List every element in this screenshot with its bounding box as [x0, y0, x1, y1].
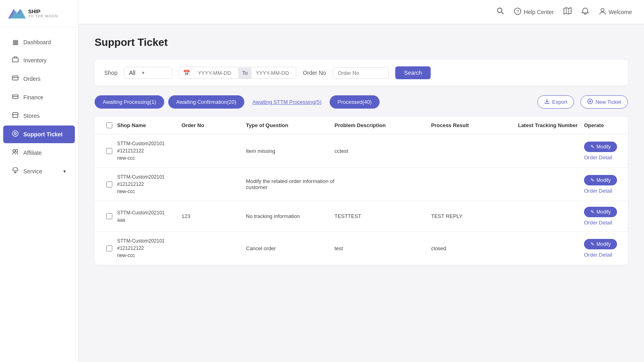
help-center-label: Help Center: [524, 9, 554, 15]
row3-checkbox[interactable]: [106, 213, 112, 219]
date-range-picker: 📅 To: [179, 67, 297, 79]
sidebar-item-service[interactable]: Service ▼: [3, 162, 75, 180]
tabs-row: Awaiting Processing(1) Awaiting Confirma…: [95, 95, 628, 109]
shop-label: Shop: [104, 70, 118, 76]
row4-process-result: closed: [431, 245, 512, 251]
row2-checkbox-col: [101, 181, 117, 187]
row4-checkbox[interactable]: [106, 245, 112, 251]
date-from-input[interactable]: [194, 68, 238, 78]
select-all-checkbox[interactable]: [106, 122, 112, 128]
bell-icon[interactable]: [581, 7, 589, 17]
pencil-icon: ✎: [590, 241, 594, 247]
row4-modify-label: Modify: [597, 241, 611, 247]
help-center-link[interactable]: ? Help Center: [514, 8, 554, 16]
row4-type-of-question: Cancel order: [246, 245, 334, 251]
tab-awaiting-sttm[interactable]: Awaiting STTM Processing(5): [248, 95, 326, 109]
sidebar-label-finance: Finance: [23, 94, 43, 101]
header: ? Help Center Welcome: [78, 0, 644, 24]
sidebar-item-support-ticket[interactable]: Support Ticket: [3, 125, 75, 143]
row1-shop-name: STTM-Custom202101 #121212122 new-ccc: [117, 140, 182, 162]
row3-modify-button[interactable]: ✎ Modify: [584, 207, 617, 217]
header-shop-name: Shop Name: [117, 122, 182, 128]
row1-order-detail-link[interactable]: Order Detail: [584, 154, 612, 160]
row3-process-result: TEST REPLY: [431, 213, 512, 219]
user-menu[interactable]: Welcome: [599, 8, 632, 16]
row1-checkbox[interactable]: [106, 148, 112, 154]
inventory-icon: [11, 56, 19, 64]
header-latest-tracking-number: Latest Tracking Number: [512, 122, 584, 128]
row2-shop-name-line1: STTM-Custom202101: [117, 173, 182, 181]
row4-order-detail-link[interactable]: Order Detail: [584, 252, 612, 258]
sidebar-item-orders[interactable]: Orders: [3, 70, 75, 88]
svg-text:?: ?: [516, 9, 519, 14]
row1-type-of-question: Item missing: [246, 148, 334, 154]
search-button[interactable]: Search: [395, 66, 431, 79]
sidebar-label-support-ticket: Support Ticket: [23, 131, 63, 138]
order-no-input[interactable]: [332, 67, 389, 79]
welcome-label: Welcome: [609, 9, 632, 15]
row2-shop-name: STTM-Custom202101 #121212122 new-ccc: [117, 173, 182, 195]
new-ticket-button[interactable]: New Ticket: [580, 95, 628, 109]
row1-problem-description: cctest: [334, 148, 431, 154]
row2-type-of-question: Modify the related order information of …: [246, 178, 334, 190]
tab-processed[interactable]: Processed(40): [330, 95, 380, 109]
logo-icon: [8, 7, 26, 20]
sidebar-item-finance[interactable]: Finance: [3, 88, 75, 106]
sidebar-navigation: ▦ Dashboard Inventory Orders Finance S: [0, 28, 78, 362]
main-content: ? Help Center Welcome Support Ticket Sho…: [78, 0, 644, 362]
sidebar-label-orders: Orders: [23, 76, 41, 82]
svg-marker-15: [564, 8, 571, 14]
row2-checkbox[interactable]: [106, 181, 112, 187]
search-icon[interactable]: [496, 7, 504, 17]
row1-shop-name-line3: new-ccc: [117, 154, 182, 162]
table-row: STTM-Custom202101 #121212122 new-ccc Ite…: [95, 134, 628, 168]
logo[interactable]: SHIP TO THE MOON: [8, 7, 70, 20]
date-to-input[interactable]: [252, 68, 296, 78]
logo-text-ship: SHIP: [28, 9, 58, 14]
tab-awaiting-processing[interactable]: Awaiting Processing(1): [95, 95, 164, 109]
help-center-icon: ?: [514, 8, 521, 16]
export-button[interactable]: Export: [537, 95, 574, 109]
sidebar-item-affiliate[interactable]: Affiliate: [3, 144, 75, 162]
pencil-icon: ✎: [590, 144, 594, 150]
sidebar-item-stores[interactable]: Stores: [3, 107, 75, 125]
sidebar-label-affiliate: Affiliate: [23, 150, 42, 156]
row4-modify-button[interactable]: ✎ Modify: [584, 239, 617, 249]
header-process-result: Process Result: [431, 122, 512, 128]
orders-icon: [11, 75, 19, 83]
tab-awaiting-confirmation[interactable]: Awaiting Confirmation(20): [168, 95, 244, 109]
finance-icon: [11, 93, 19, 101]
table-header: Shop Name Order No Type of Question Prob…: [95, 117, 628, 134]
tabs-left: Awaiting Processing(1) Awaiting Confirma…: [95, 95, 380, 109]
map-icon[interactable]: [564, 7, 572, 17]
row2-shop-name-line2: #121212122: [117, 181, 182, 188]
svg-point-10: [15, 150, 18, 152]
sidebar-item-inventory[interactable]: Inventory: [3, 51, 75, 69]
svg-point-8: [14, 133, 17, 135]
row2-order-detail-link[interactable]: Order Detail: [584, 188, 612, 194]
header-problem-description: Problem Description: [334, 122, 431, 128]
row4-shop-name-line1: STTM-Custom202101: [117, 237, 182, 245]
shop-select[interactable]: All ▼: [124, 67, 172, 79]
tabs-right: Export New Ticket: [537, 95, 628, 109]
row1-modify-button[interactable]: ✎ Modify: [584, 142, 617, 152]
row3-order-detail-link[interactable]: Order Detail: [584, 220, 612, 226]
row3-operate: ✎ Modify Order Detail: [584, 207, 628, 226]
row3-modify-label: Modify: [597, 209, 611, 215]
row4-checkbox-col: [101, 245, 117, 251]
row3-order-no: 123: [182, 213, 246, 219]
header-order-no: Order No: [182, 122, 246, 128]
sidebar-logo: SHIP TO THE MOON: [0, 0, 78, 28]
sidebar-item-dashboard[interactable]: ▦ Dashboard: [3, 33, 75, 51]
row3-shop-name: STTM-Custom202101 aaa: [117, 209, 182, 224]
row2-modify-button[interactable]: ✎ Modify: [584, 175, 617, 185]
shop-select-chevron: ▼: [141, 70, 145, 75]
table-row: STTM-Custom202101 aaa 123 No tracking in…: [95, 201, 628, 232]
svg-point-18: [601, 8, 604, 12]
row2-modify-label: Modify: [597, 177, 611, 183]
order-no-label: Order No: [303, 70, 326, 76]
header-checkbox-col: [101, 122, 117, 128]
calendar-icon: 📅: [179, 67, 194, 78]
row3-shop-name-line3: aaa: [117, 216, 182, 224]
service-icon: [11, 167, 19, 175]
